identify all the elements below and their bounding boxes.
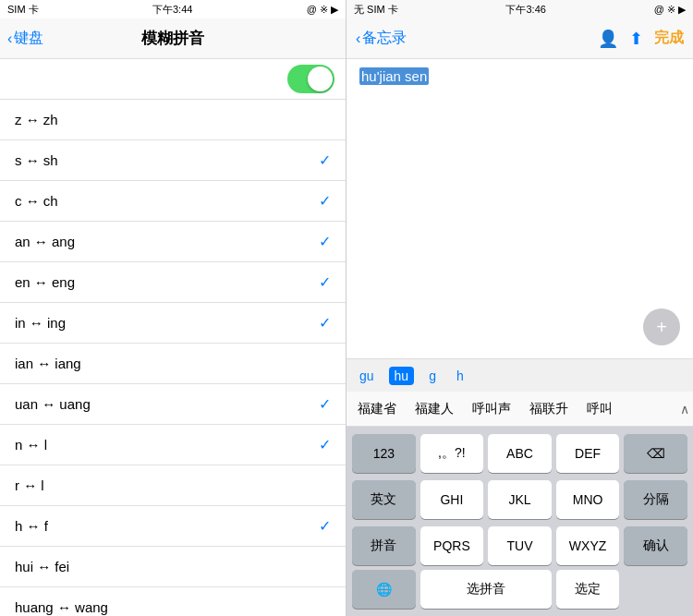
keyboard-key[interactable]: 选拼音 bbox=[420, 570, 552, 609]
suggestion-item[interactable]: 福建人 bbox=[407, 397, 461, 421]
keyboard-key[interactable]: ABC bbox=[488, 434, 552, 473]
keyboard-key[interactable]: 123 bbox=[352, 434, 416, 473]
keyboard-key[interactable]: 选定 bbox=[556, 570, 620, 609]
right-panel: 无 SIM 卡 下午3:46 @ ※ ▶ ‹ 备忘录 👤 ⬆ 完成 hu'jia… bbox=[346, 0, 693, 616]
notes-content-area[interactable]: hu'jian sen + bbox=[346, 59, 693, 358]
done-button[interactable]: 完成 bbox=[654, 29, 684, 48]
list-item-label: hui ↔ fei bbox=[15, 559, 69, 574]
list-item[interactable]: an ↔ ang✓ bbox=[0, 222, 346, 262]
list-item[interactable]: z ↔ zh bbox=[0, 100, 346, 140]
list-item-label: en ↔ eng bbox=[15, 274, 75, 290]
keyboard-row: 拼音PQRSTUVWXYZ确认🌐选拼音选定 bbox=[352, 526, 687, 609]
list-item-label: s ↔ sh bbox=[15, 152, 58, 168]
notes-highlighted-text: hu'jian sen bbox=[359, 67, 429, 85]
keyboard-key[interactable]: GHI bbox=[420, 480, 484, 519]
candidate-bar: guhugh bbox=[346, 358, 693, 392]
list-item[interactable]: huang ↔ wang bbox=[0, 587, 346, 616]
candidate-item[interactable]: gu bbox=[354, 367, 380, 385]
keyboard-key[interactable]: DEF bbox=[556, 434, 620, 473]
suggestion-item[interactable]: 呼叫声 bbox=[465, 397, 518, 421]
keyboard-key[interactable]: ⌫ bbox=[624, 434, 687, 473]
list-item[interactable]: in ↔ ing✓ bbox=[0, 303, 346, 344]
checkmark-icon: ✓ bbox=[319, 436, 331, 453]
checkmark-icon: ✓ bbox=[319, 192, 331, 210]
keyboard-key[interactable]: MNO bbox=[556, 480, 620, 519]
checkmark-icon: ✓ bbox=[319, 314, 331, 332]
list-item[interactable]: ian ↔ iang bbox=[0, 344, 346, 384]
keyboard-key[interactable]: 🌐 bbox=[352, 570, 416, 609]
keyboard-key[interactable]: JKL bbox=[488, 480, 552, 519]
list-item-label: an ↔ ang bbox=[15, 234, 75, 249]
list-item[interactable]: uan ↔ uang✓ bbox=[0, 384, 346, 425]
right-carrier: 无 SIM 卡 bbox=[354, 3, 398, 17]
left-time: 下午3:44 bbox=[152, 3, 192, 17]
keyboard-key[interactable]: ,。?! bbox=[420, 434, 484, 473]
left-nav-title: 模糊拼音 bbox=[141, 28, 204, 49]
list-item-label: z ↔ zh bbox=[15, 112, 58, 127]
list-item-label: c ↔ ch bbox=[15, 193, 58, 209]
list-item[interactable]: hui ↔ fei bbox=[0, 547, 346, 587]
right-back-button[interactable]: ‹ 备忘录 bbox=[356, 29, 407, 48]
right-status-icons: @ ※ ▶ bbox=[654, 4, 686, 16]
list-item-label: in ↔ ing bbox=[15, 315, 66, 331]
list-item[interactable]: n ↔ l✓ bbox=[0, 425, 346, 465]
list-item[interactable]: s ↔ sh✓ bbox=[0, 140, 346, 181]
list-item[interactable]: r ↔ l bbox=[0, 465, 346, 506]
right-nav-icons: 👤 ⬆ 完成 bbox=[598, 29, 684, 49]
checkmark-icon: ✓ bbox=[319, 395, 331, 413]
checkmark-icon: ✓ bbox=[319, 233, 331, 250]
left-panel: SIM 卡 下午3:44 @ ※ ▶ ‹ 键盘 模糊拼音 z ↔ zhs ↔ s… bbox=[0, 0, 346, 616]
keyboard-row: 123,。?!ABCDEF⌫ bbox=[352, 434, 687, 473]
keyboard-key[interactable]: 英文 bbox=[352, 480, 416, 519]
fuzzy-pinyin-list: z ↔ zhs ↔ sh✓c ↔ ch✓an ↔ ang✓en ↔ eng✓in… bbox=[0, 100, 346, 616]
keyboard-key[interactable]: PQRS bbox=[420, 526, 484, 565]
list-item-label: ian ↔ iang bbox=[15, 356, 81, 371]
list-item-label: uan ↔ uang bbox=[15, 396, 91, 412]
list-item[interactable]: h ↔ f✓ bbox=[0, 506, 346, 547]
keyboard-key[interactable]: TUV bbox=[488, 526, 552, 565]
keyboard-key[interactable]: 分隔 bbox=[624, 480, 687, 519]
list-item-label: r ↔ l bbox=[15, 477, 44, 493]
candidate-item[interactable]: hu bbox=[389, 367, 415, 385]
keyboard-key[interactable]: WXYZ bbox=[556, 526, 620, 565]
list-item[interactable]: en ↔ eng✓ bbox=[0, 262, 346, 303]
share-icon[interactable]: ⬆ bbox=[629, 29, 643, 49]
candidate-suggestions: 福建省福建人呼叫声福联升呼叫∧ bbox=[346, 392, 693, 427]
chevron-left-icon: ‹ bbox=[7, 30, 12, 47]
fuzzy-pinyin-toggle-area bbox=[0, 59, 346, 100]
left-back-button[interactable]: ‹ 键盘 bbox=[7, 29, 43, 48]
checkmark-icon: ✓ bbox=[319, 517, 331, 535]
suggestion-item[interactable]: 福建省 bbox=[350, 397, 404, 421]
checkmark-icon: ✓ bbox=[319, 273, 331, 291]
checkmark-icon: ✓ bbox=[319, 151, 331, 169]
keyboard-key[interactable]: 拼音 bbox=[352, 526, 416, 565]
add-button[interactable]: + bbox=[643, 308, 680, 345]
candidate-item[interactable]: g bbox=[423, 367, 442, 385]
left-status-bar: SIM 卡 下午3:44 @ ※ ▶ bbox=[0, 0, 346, 18]
candidate-item[interactable]: h bbox=[451, 367, 469, 385]
keyboard-key[interactable]: 确认 bbox=[624, 526, 687, 565]
left-carrier: SIM 卡 bbox=[7, 3, 39, 17]
fuzzy-pinyin-toggle[interactable] bbox=[287, 65, 334, 93]
list-item-label: h ↔ f bbox=[15, 518, 48, 534]
keyboard-area: guhugh 福建省福建人呼叫声福联升呼叫∧ 123,。?!ABCDEF⌫英文G… bbox=[346, 358, 693, 616]
right-back-label: 备忘录 bbox=[362, 29, 407, 48]
expand-suggestions-icon[interactable]: ∧ bbox=[680, 402, 689, 417]
right-status-bar: 无 SIM 卡 下午3:46 @ ※ ▶ bbox=[346, 0, 693, 18]
suggestion-item[interactable]: 呼叫 bbox=[579, 397, 620, 421]
list-item[interactable]: c ↔ ch✓ bbox=[0, 181, 346, 222]
list-item-label: n ↔ l bbox=[15, 437, 47, 453]
right-nav-bar: ‹ 备忘录 👤 ⬆ 完成 bbox=[346, 18, 693, 59]
list-item-label: huang ↔ wang bbox=[15, 599, 108, 615]
left-status-icons: @ ※ ▶ bbox=[307, 4, 338, 16]
left-back-label: 键盘 bbox=[14, 29, 43, 48]
contact-icon[interactable]: 👤 bbox=[598, 29, 618, 49]
suggestion-item[interactable]: 福联升 bbox=[522, 397, 576, 421]
keyboard-rows: 123,。?!ABCDEF⌫英文GHIJKLMNO分隔拼音PQRSTUVWXYZ… bbox=[346, 427, 693, 616]
keyboard-row: 英文GHIJKLMNO分隔 bbox=[352, 480, 687, 519]
chevron-left-icon: ‹ bbox=[356, 30, 360, 47]
right-time: 下午3:46 bbox=[505, 3, 545, 17]
left-nav-bar: ‹ 键盘 模糊拼音 bbox=[0, 18, 346, 59]
